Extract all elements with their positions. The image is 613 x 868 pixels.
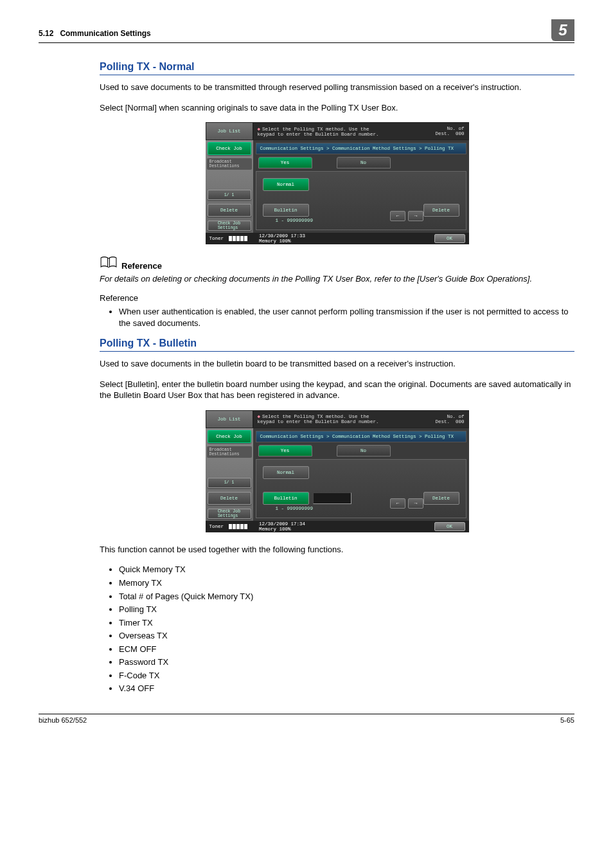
toner-bars-icon — [229, 524, 247, 529]
normal-button[interactable]: Normal — [263, 178, 309, 191]
yes-tab[interactable]: Yes — [258, 157, 312, 168]
no-tab[interactable]: No — [337, 445, 391, 457]
list-item: Total # of Pages (Quick Memory TX) — [119, 591, 574, 602]
check-job-button[interactable]: Check Job — [208, 142, 251, 155]
toner-label: Toner — [209, 524, 224, 529]
bulletin-input[interactable] — [313, 493, 351, 504]
chapter-badge: 5 — [551, 19, 574, 41]
arrow-right-icon[interactable]: → — [408, 211, 423, 221]
normal-button[interactable]: Normal — [263, 466, 309, 479]
arrow-left-icon[interactable]: ← — [390, 498, 405, 509]
page-header: 5.12 Communication Settings — [39, 29, 551, 38]
paragraph: Select [Normal] when scanning originals … — [100, 102, 574, 114]
message-area: ◆Select the Polling TX method. Use theke… — [253, 410, 469, 428]
delete-left-button[interactable]: Delete — [208, 492, 251, 505]
screenshot-panel-1: Job List ◆Select the Polling TX method. … — [206, 122, 469, 244]
list-item: Memory TX — [119, 577, 574, 589]
list-item: Timer TX — [119, 617, 574, 629]
check-job-settings-button[interactable]: Check JobSettings — [208, 221, 251, 231]
ok-button[interactable]: OK — [434, 234, 465, 243]
delete-left-button[interactable]: Delete — [208, 204, 251, 217]
broadcast-label: BroadcastDestinations — [207, 158, 252, 170]
bulletin-button[interactable]: Bulletin — [263, 204, 309, 217]
reference-subhead: Reference — [100, 293, 574, 304]
heading-polling-bulletin: Polling TX - Bulletin — [100, 338, 574, 352]
bulletin-button[interactable]: Bulletin — [263, 492, 309, 505]
breadcrumb: Communication Settings > Communication M… — [256, 143, 466, 154]
reference-text: For details on deleting or checking docu… — [100, 273, 574, 285]
toner-label: Toner — [209, 236, 224, 241]
ok-button[interactable]: OK — [434, 522, 465, 531]
arrow-left-icon[interactable]: ← — [390, 211, 405, 221]
breadcrumb: Communication Settings > Communication M… — [256, 431, 466, 442]
paragraph: Used to save documents in the bulletin b… — [100, 358, 574, 370]
paragraph: Select [Bulletin], enter the bulletin bo… — [100, 379, 574, 401]
reference-heading: Reference — [121, 261, 162, 271]
range-label: 1 - 999999999 — [276, 218, 314, 223]
no-tab[interactable]: No — [337, 157, 391, 168]
message-area: ◆Select the Polling TX method. Use theke… — [253, 122, 469, 140]
heading-polling-normal: Polling TX - Normal — [100, 61, 574, 75]
list-item: V.34 OFF — [119, 683, 574, 694]
paragraph: Used to save documents to be transmitted… — [100, 82, 574, 93]
broadcast-label: BroadcastDestinations — [207, 446, 252, 458]
toner-bars-icon — [229, 236, 247, 241]
pager: 1/ 1 — [208, 478, 251, 488]
list-item: Quick Memory TX — [119, 564, 574, 575]
arrow-right-icon[interactable]: → — [408, 498, 423, 509]
list-item: Overseas TX — [119, 630, 574, 642]
yes-tab[interactable]: Yes — [258, 445, 312, 457]
check-job-button[interactable]: Check Job — [208, 430, 251, 443]
list-item: F-Code TX — [119, 670, 574, 682]
list-item: Password TX — [119, 656, 574, 668]
delete-button[interactable]: Delete — [423, 492, 459, 505]
pager: 1/ 1 — [208, 190, 251, 200]
delete-button[interactable]: Delete — [423, 204, 459, 217]
list-item: Polling TX — [119, 604, 574, 615]
datetime-label: 12/30/2009 17:34Memory 100% — [259, 521, 305, 532]
job-list-button[interactable]: Job List — [206, 410, 253, 428]
list-intro: This function cannot be used together wi… — [100, 544, 574, 556]
range-label: 1 - 999999999 — [276, 506, 314, 511]
screenshot-panel-2: Job List ◆Select the Polling TX method. … — [206, 410, 469, 532]
datetime-label: 12/30/2009 17:33Memory 100% — [259, 233, 305, 244]
job-list-button[interactable]: Job List — [206, 122, 253, 140]
list-item: ECM OFF — [119, 644, 574, 655]
footer-page: 5-65 — [560, 716, 574, 724]
footer-model: bizhub 652/552 — [39, 716, 87, 724]
check-job-settings-button[interactable]: Check JobSettings — [208, 509, 251, 519]
book-icon — [100, 256, 118, 271]
list-item: When user authentication is enabled, the… — [119, 306, 574, 329]
